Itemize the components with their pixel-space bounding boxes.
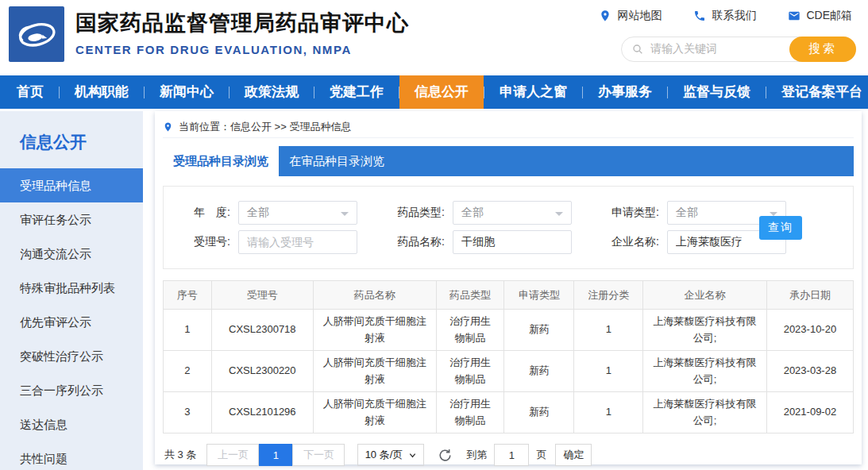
query-button[interactable]: 查询	[759, 216, 802, 240]
results-table: 序号 受理号 药品名称 药品类型 申请类型 注册分类 企业名称 承办日期 1 C…	[163, 280, 854, 433]
cell-company: 上海莱馥医疗科技有限公司;	[643, 310, 767, 351]
cell-date: 2023-03-28	[766, 351, 853, 392]
table-row: 1 CXSL2300718 人脐带间充质干细胞注射液 治疗用生物制品 新药 1 …	[164, 310, 854, 351]
nav-item-policy[interactable]: 政策法规	[230, 75, 314, 109]
sidebar-item-special-approval[interactable]: 特殊审批品种列表	[0, 271, 143, 305]
confirm-button[interactable]: 确定	[555, 444, 592, 466]
tab-bar: 受理品种目录浏览 在审品种目录浏览	[163, 146, 854, 176]
site-header: 国家药品监督管理局药品审评中心 CENTER FOR DRUG EVALUATI…	[0, 0, 868, 75]
cde-mail-link[interactable]: CDE邮箱	[788, 9, 852, 23]
tab-accepted-catalog[interactable]: 受理品种目录浏览	[163, 146, 279, 176]
cell-acceptance-no: CXSL2300718	[211, 310, 313, 351]
cell-apply-type: 新药	[504, 351, 574, 392]
col-drug-name: 药品名称	[313, 281, 436, 310]
location-pin-icon	[163, 121, 173, 133]
nav-item-functions[interactable]: 机构职能	[60, 75, 144, 109]
search-button[interactable]: 搜索	[789, 37, 856, 62]
phone-icon	[693, 10, 706, 22]
acceptance-no-input[interactable]	[238, 230, 357, 254]
table-header-row: 序号 受理号 药品名称 药品类型 申请类型 注册分类 企业名称 承办日期	[164, 281, 854, 310]
cell-company: 上海莱馥医疗科技有限公司;	[643, 351, 767, 392]
sidebar: 信息公开 受理品种信息 审评任务公示 沟通交流公示 特殊审批品种列表 优先审评公…	[0, 111, 143, 470]
drug-name-input[interactable]	[453, 230, 572, 254]
goto-page-input[interactable]	[494, 444, 529, 466]
apply-type-label: 申请类型:	[592, 206, 659, 220]
sitemap-link-label: 网站地图	[617, 9, 662, 23]
sidebar-title: 信息公开	[0, 111, 143, 168]
contact-link[interactable]: 联系我们	[693, 9, 756, 23]
sidebar-item-accepted-varieties[interactable]: 受理品种信息	[0, 168, 143, 202]
contact-link-label: 联系我们	[712, 9, 756, 23]
page-title: 国家药品监督管理局药品审评中心	[75, 9, 409, 37]
cell-drug-type: 治疗用生物制品	[436, 351, 504, 392]
col-company: 企业名称	[643, 281, 767, 310]
breadcrumb-text: 当前位置：信息公开 >> 受理品种信息	[179, 120, 351, 134]
col-drug-type: 药品类型	[436, 281, 504, 310]
prev-page-button[interactable]: 上一页	[206, 444, 259, 466]
col-apply-type: 申请类型	[504, 281, 574, 310]
utility-links: 网站地图 联系我们 CDE邮箱	[599, 9, 852, 23]
total-count: 共 3 条	[164, 448, 196, 462]
cell-drug-name: 人脐带间充质干细胞注射液	[313, 392, 436, 433]
year-label: 年 度:	[164, 206, 230, 220]
drug-type-label: 药品类型:	[378, 206, 445, 220]
nav-item-news[interactable]: 新闻中心	[145, 75, 229, 109]
cell-drug-name: 人脐带间充质干细胞注射液	[313, 351, 436, 392]
nav-item-supervision[interactable]: 监督与反馈	[668, 75, 766, 109]
cell-drug-name: 人脐带间充质干细胞注射液	[313, 310, 436, 351]
cell-drug-type: 治疗用生物制品	[436, 310, 504, 351]
filter-panel: 年 度: 全部 药品类型: 全部 申请类型: 全部 受理号: 药品	[163, 186, 854, 269]
table-row: 3 CXSL2101296 人脐带间充质干细胞注射液 治疗用生物制品 新药 1 …	[164, 392, 854, 433]
cde-mail-link-label: CDE邮箱	[806, 9, 852, 23]
cell-reg-class: 1	[574, 310, 643, 351]
sidebar-item-delivery-info[interactable]: 送达信息	[0, 407, 143, 441]
pagination: 共 3 条 上一页 1 下一页 10 条/页 到第 页 确定	[163, 444, 854, 466]
search-input[interactable]: 请输入关键词	[650, 42, 789, 56]
tab-under-review-catalog[interactable]: 在审品种目录浏览	[279, 146, 395, 176]
cell-seq: 2	[164, 351, 212, 392]
cell-date: 2021-09-02	[766, 392, 853, 433]
refresh-icon[interactable]	[438, 448, 453, 463]
nav-item-home[interactable]: 首页	[2, 75, 59, 109]
sidebar-item-review-tasks[interactable]: 审评任务公示	[0, 202, 143, 237]
sidebar-item-common-issues[interactable]: 共性问题	[0, 441, 143, 470]
mail-icon	[788, 10, 800, 22]
nav-item-info-disclosure[interactable]: 信息公开	[399, 75, 484, 109]
site-search[interactable]: 请输入关键词 搜索	[621, 37, 856, 62]
nav-item-applicant[interactable]: 申请人之窗	[484, 75, 582, 109]
drug-name-label: 药品名称:	[378, 235, 445, 249]
next-page-button[interactable]: 下一页	[292, 444, 345, 466]
cell-seq: 3	[164, 392, 212, 433]
year-select[interactable]: 全部	[238, 201, 357, 225]
cell-date: 2023-10-20	[766, 310, 853, 351]
col-acceptance-no: 受理号	[211, 281, 313, 310]
col-date: 承办日期	[766, 281, 853, 310]
cell-drug-type: 治疗用生物制品	[436, 392, 504, 433]
goto-page-label: 到第	[466, 448, 487, 462]
sidebar-item-communication[interactable]: 沟通交流公示	[0, 237, 143, 271]
page-size-select[interactable]: 10 条/页	[357, 444, 424, 466]
sidebar-item-breakthrough-therapy[interactable]: 突破性治疗公示	[0, 339, 143, 373]
cell-seq: 1	[164, 310, 212, 351]
current-page-button[interactable]: 1	[259, 444, 292, 466]
col-reg-class: 注册分类	[574, 281, 643, 310]
breadcrumb: 当前位置：信息公开 >> 受理品种信息	[163, 116, 854, 138]
page-size-value: 10 条/页	[365, 448, 403, 462]
drug-type-select[interactable]: 全部	[453, 201, 572, 225]
nav-item-registration-platform[interactable]: 登记备案平台	[766, 75, 868, 109]
sidebar-item-priority-review[interactable]: 优先审评公示	[0, 305, 143, 339]
sitemap-link[interactable]: 网站地图	[599, 9, 662, 23]
acceptance-no-label: 受理号:	[164, 235, 230, 249]
nav-item-services[interactable]: 办事服务	[583, 75, 667, 109]
main-nav: 首页 机构职能 新闻中心 政策法规 党建工作 信息公开 申请人之窗 办事服务 监…	[0, 75, 868, 109]
cell-apply-type: 新药	[504, 310, 574, 351]
cell-acceptance-no: CXSL2101296	[211, 392, 313, 433]
nav-item-party[interactable]: 党建工作	[314, 75, 399, 109]
cell-apply-type: 新药	[504, 392, 574, 433]
company-label: 企业名称:	[592, 235, 659, 249]
sidebar-item-three-in-one[interactable]: 三合一序列公示	[0, 373, 143, 407]
cell-reg-class: 1	[574, 392, 643, 433]
page-subtitle: CENTER FOR DRUG EVALUATION, NMPA	[75, 43, 409, 56]
cell-acceptance-no: CXSL2300220	[211, 351, 313, 392]
cde-logo-swirl-icon	[14, 11, 60, 57]
